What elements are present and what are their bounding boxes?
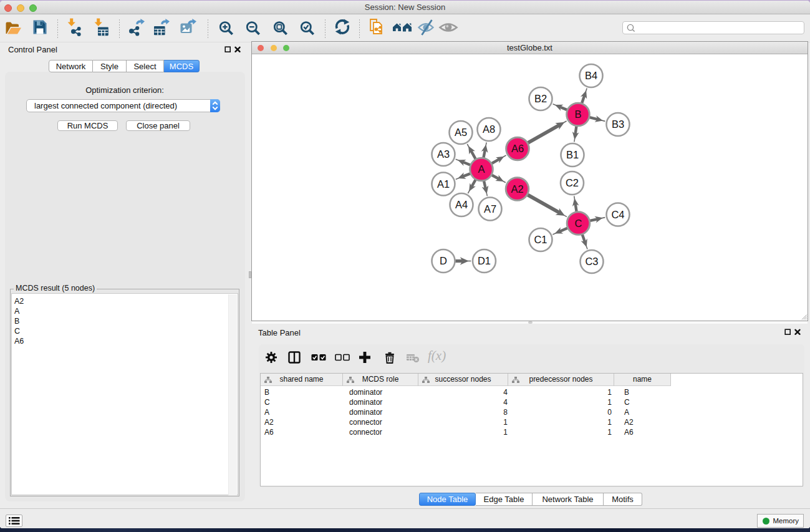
svg-text:A3: A3 [437,148,450,160]
svg-text:C3: C3 [585,256,598,267]
svg-text:A2: A2 [511,183,523,195]
svg-text:B1: B1 [566,149,579,160]
svg-text:A4: A4 [455,199,468,210]
svg-text:C2: C2 [566,177,579,188]
svg-text:A6: A6 [511,143,524,154]
svg-text:A: A [478,163,485,175]
svg-text:C4: C4 [611,209,624,220]
svg-text:C1: C1 [534,234,547,245]
svg-text:B: B [574,109,581,120]
svg-text:D1: D1 [478,255,491,266]
svg-text:A8: A8 [483,123,495,135]
svg-text:A1: A1 [437,178,450,190]
svg-text:A7: A7 [484,203,496,215]
svg-text:B4: B4 [585,70,597,81]
svg-text:A5: A5 [455,127,467,138]
svg-text:D: D [440,255,447,266]
svg-text:B3: B3 [612,118,624,130]
svg-text:B2: B2 [534,93,547,104]
svg-text:C: C [575,218,582,229]
